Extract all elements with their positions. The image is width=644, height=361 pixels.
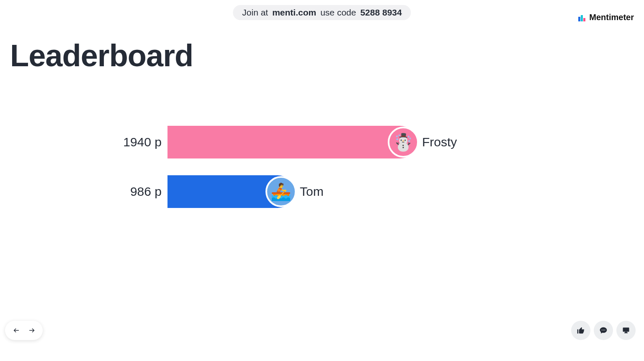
leaderboard: 1940 p ☃️ Frosty 986 p 🚣 Tom [0,126,644,225]
score-label: 1940 p [0,135,167,149]
brand-name: Mentimeter [589,13,634,22]
page-title: Leaderboard [10,38,193,73]
leaderboard-row: 1940 p ☃️ Frosty [0,126,644,158]
score-label: 986 p [0,184,167,199]
prev-slide-button[interactable] [10,324,23,337]
score-bar [167,126,416,158]
player-avatar: 🚣 [265,176,296,207]
player-name: Tom [300,184,324,199]
reaction-actions [571,321,636,340]
player-avatar: ☃️ [388,127,419,158]
svg-point-5 [602,330,603,330]
bar-container: ☃️ [167,126,416,158]
svg-rect-9 [625,332,627,332]
join-instructions: Join at menti.com use code 5288 8934 [233,5,411,20]
comment-button[interactable] [594,321,613,340]
leaderboard-row: 986 p 🚣 Tom [0,175,644,208]
speech-bubble-icon [599,326,608,335]
thumbs-up-icon [577,326,585,335]
svg-rect-8 [623,327,629,332]
join-site: menti.com [272,8,316,18]
next-slide-button[interactable] [26,324,38,337]
svg-rect-0 [578,17,580,21]
join-prefix: Join at [242,8,268,18]
mentimeter-bars-icon [578,14,586,21]
svg-point-7 [604,330,605,330]
brand-logo: Mentimeter [578,13,634,22]
bar-container: 🚣 [167,175,294,208]
svg-point-6 [603,330,604,330]
svg-rect-1 [581,15,583,21]
present-button[interactable] [616,321,636,340]
snowman-icon: ☃️ [393,132,414,152]
slide-nav [5,321,43,340]
svg-rect-2 [583,18,585,21]
rowing-icon: 🚣 [270,182,291,202]
thumbs-up-button[interactable] [571,321,590,340]
join-code: 5288 8934 [360,8,402,18]
player-name: Frosty [422,135,457,149]
presentation-icon [622,326,630,335]
join-use-code-label: use code [320,8,356,18]
svg-rect-10 [624,332,628,333]
